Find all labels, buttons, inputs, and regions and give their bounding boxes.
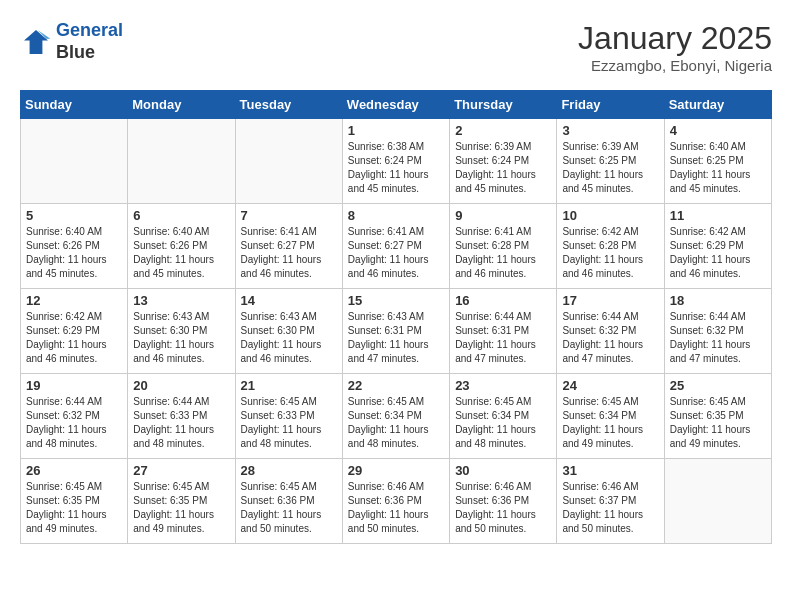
calendar-week-row: 1Sunrise: 6:38 AM Sunset: 6:24 PM Daylig…	[21, 119, 772, 204]
calendar-week-row: 12Sunrise: 6:42 AM Sunset: 6:29 PM Dayli…	[21, 289, 772, 374]
calendar-cell: 5Sunrise: 6:40 AM Sunset: 6:26 PM Daylig…	[21, 204, 128, 289]
calendar-cell: 22Sunrise: 6:45 AM Sunset: 6:34 PM Dayli…	[342, 374, 449, 459]
day-info: Sunrise: 6:41 AM Sunset: 6:27 PM Dayligh…	[241, 225, 337, 281]
day-info: Sunrise: 6:46 AM Sunset: 6:37 PM Dayligh…	[562, 480, 658, 536]
day-info: Sunrise: 6:40 AM Sunset: 6:26 PM Dayligh…	[26, 225, 122, 281]
day-info: Sunrise: 6:42 AM Sunset: 6:28 PM Dayligh…	[562, 225, 658, 281]
calendar-cell: 6Sunrise: 6:40 AM Sunset: 6:26 PM Daylig…	[128, 204, 235, 289]
day-info: Sunrise: 6:45 AM Sunset: 6:36 PM Dayligh…	[241, 480, 337, 536]
calendar-cell: 21Sunrise: 6:45 AM Sunset: 6:33 PM Dayli…	[235, 374, 342, 459]
day-info: Sunrise: 6:46 AM Sunset: 6:36 PM Dayligh…	[348, 480, 444, 536]
calendar-cell	[235, 119, 342, 204]
calendar-cell: 1Sunrise: 6:38 AM Sunset: 6:24 PM Daylig…	[342, 119, 449, 204]
day-number: 11	[670, 208, 766, 223]
calendar-cell: 10Sunrise: 6:42 AM Sunset: 6:28 PM Dayli…	[557, 204, 664, 289]
day-number: 24	[562, 378, 658, 393]
day-info: Sunrise: 6:45 AM Sunset: 6:35 PM Dayligh…	[133, 480, 229, 536]
day-info: Sunrise: 6:45 AM Sunset: 6:33 PM Dayligh…	[241, 395, 337, 451]
calendar-cell: 2Sunrise: 6:39 AM Sunset: 6:24 PM Daylig…	[450, 119, 557, 204]
day-number: 29	[348, 463, 444, 478]
day-number: 30	[455, 463, 551, 478]
day-number: 17	[562, 293, 658, 308]
weekday-header-cell: Friday	[557, 91, 664, 119]
calendar-week-row: 26Sunrise: 6:45 AM Sunset: 6:35 PM Dayli…	[21, 459, 772, 544]
day-number: 5	[26, 208, 122, 223]
day-number: 26	[26, 463, 122, 478]
calendar-cell: 18Sunrise: 6:44 AM Sunset: 6:32 PM Dayli…	[664, 289, 771, 374]
day-info: Sunrise: 6:45 AM Sunset: 6:34 PM Dayligh…	[455, 395, 551, 451]
day-info: Sunrise: 6:42 AM Sunset: 6:29 PM Dayligh…	[670, 225, 766, 281]
day-number: 20	[133, 378, 229, 393]
day-info: Sunrise: 6:41 AM Sunset: 6:28 PM Dayligh…	[455, 225, 551, 281]
day-info: Sunrise: 6:43 AM Sunset: 6:31 PM Dayligh…	[348, 310, 444, 366]
day-info: Sunrise: 6:38 AM Sunset: 6:24 PM Dayligh…	[348, 140, 444, 196]
calendar-cell: 29Sunrise: 6:46 AM Sunset: 6:36 PM Dayli…	[342, 459, 449, 544]
day-number: 21	[241, 378, 337, 393]
calendar-week-row: 5Sunrise: 6:40 AM Sunset: 6:26 PM Daylig…	[21, 204, 772, 289]
weekday-header-cell: Monday	[128, 91, 235, 119]
day-info: Sunrise: 6:41 AM Sunset: 6:27 PM Dayligh…	[348, 225, 444, 281]
calendar-week-row: 19Sunrise: 6:44 AM Sunset: 6:32 PM Dayli…	[21, 374, 772, 459]
weekday-header-cell: Wednesday	[342, 91, 449, 119]
calendar-cell: 23Sunrise: 6:45 AM Sunset: 6:34 PM Dayli…	[450, 374, 557, 459]
logo: General Blue	[20, 20, 123, 63]
day-number: 1	[348, 123, 444, 138]
day-number: 12	[26, 293, 122, 308]
day-info: Sunrise: 6:44 AM Sunset: 6:32 PM Dayligh…	[26, 395, 122, 451]
calendar-cell: 7Sunrise: 6:41 AM Sunset: 6:27 PM Daylig…	[235, 204, 342, 289]
day-number: 23	[455, 378, 551, 393]
calendar-title: January 2025	[578, 20, 772, 57]
calendar-cell	[21, 119, 128, 204]
day-info: Sunrise: 6:44 AM Sunset: 6:31 PM Dayligh…	[455, 310, 551, 366]
day-info: Sunrise: 6:45 AM Sunset: 6:35 PM Dayligh…	[670, 395, 766, 451]
day-info: Sunrise: 6:45 AM Sunset: 6:34 PM Dayligh…	[348, 395, 444, 451]
calendar-cell	[128, 119, 235, 204]
calendar-body: 1Sunrise: 6:38 AM Sunset: 6:24 PM Daylig…	[21, 119, 772, 544]
calendar-cell: 26Sunrise: 6:45 AM Sunset: 6:35 PM Dayli…	[21, 459, 128, 544]
calendar-cell: 31Sunrise: 6:46 AM Sunset: 6:37 PM Dayli…	[557, 459, 664, 544]
page-header: General Blue January 2025 Ezzamgbo, Ebon…	[20, 20, 772, 74]
day-number: 22	[348, 378, 444, 393]
day-number: 2	[455, 123, 551, 138]
day-info: Sunrise: 6:39 AM Sunset: 6:24 PM Dayligh…	[455, 140, 551, 196]
day-info: Sunrise: 6:46 AM Sunset: 6:36 PM Dayligh…	[455, 480, 551, 536]
day-number: 9	[455, 208, 551, 223]
day-info: Sunrise: 6:45 AM Sunset: 6:35 PM Dayligh…	[26, 480, 122, 536]
calendar-cell: 12Sunrise: 6:42 AM Sunset: 6:29 PM Dayli…	[21, 289, 128, 374]
weekday-header-cell: Thursday	[450, 91, 557, 119]
weekday-header-cell: Sunday	[21, 91, 128, 119]
logo-line1: General	[56, 20, 123, 40]
day-number: 15	[348, 293, 444, 308]
day-info: Sunrise: 6:44 AM Sunset: 6:32 PM Dayligh…	[562, 310, 658, 366]
weekday-header-cell: Saturday	[664, 91, 771, 119]
calendar-header: SundayMondayTuesdayWednesdayThursdayFrid…	[21, 91, 772, 119]
day-number: 4	[670, 123, 766, 138]
calendar-subtitle: Ezzamgbo, Ebonyi, Nigeria	[578, 57, 772, 74]
calendar-cell: 24Sunrise: 6:45 AM Sunset: 6:34 PM Dayli…	[557, 374, 664, 459]
day-info: Sunrise: 6:40 AM Sunset: 6:25 PM Dayligh…	[670, 140, 766, 196]
calendar-cell: 8Sunrise: 6:41 AM Sunset: 6:27 PM Daylig…	[342, 204, 449, 289]
calendar-cell: 9Sunrise: 6:41 AM Sunset: 6:28 PM Daylig…	[450, 204, 557, 289]
day-number: 27	[133, 463, 229, 478]
svg-marker-0	[24, 30, 48, 54]
day-number: 6	[133, 208, 229, 223]
weekday-header-cell: Tuesday	[235, 91, 342, 119]
title-block: January 2025 Ezzamgbo, Ebonyi, Nigeria	[578, 20, 772, 74]
day-number: 8	[348, 208, 444, 223]
day-number: 25	[670, 378, 766, 393]
calendar-cell: 30Sunrise: 6:46 AM Sunset: 6:36 PM Dayli…	[450, 459, 557, 544]
day-info: Sunrise: 6:44 AM Sunset: 6:32 PM Dayligh…	[670, 310, 766, 366]
calendar-cell: 19Sunrise: 6:44 AM Sunset: 6:32 PM Dayli…	[21, 374, 128, 459]
calendar-cell: 3Sunrise: 6:39 AM Sunset: 6:25 PM Daylig…	[557, 119, 664, 204]
calendar-cell: 25Sunrise: 6:45 AM Sunset: 6:35 PM Dayli…	[664, 374, 771, 459]
day-info: Sunrise: 6:43 AM Sunset: 6:30 PM Dayligh…	[241, 310, 337, 366]
day-number: 7	[241, 208, 337, 223]
day-info: Sunrise: 6:45 AM Sunset: 6:34 PM Dayligh…	[562, 395, 658, 451]
day-number: 18	[670, 293, 766, 308]
day-info: Sunrise: 6:44 AM Sunset: 6:33 PM Dayligh…	[133, 395, 229, 451]
day-number: 19	[26, 378, 122, 393]
day-number: 14	[241, 293, 337, 308]
logo-text: General Blue	[56, 20, 123, 63]
calendar-cell	[664, 459, 771, 544]
calendar-cell: 14Sunrise: 6:43 AM Sunset: 6:30 PM Dayli…	[235, 289, 342, 374]
